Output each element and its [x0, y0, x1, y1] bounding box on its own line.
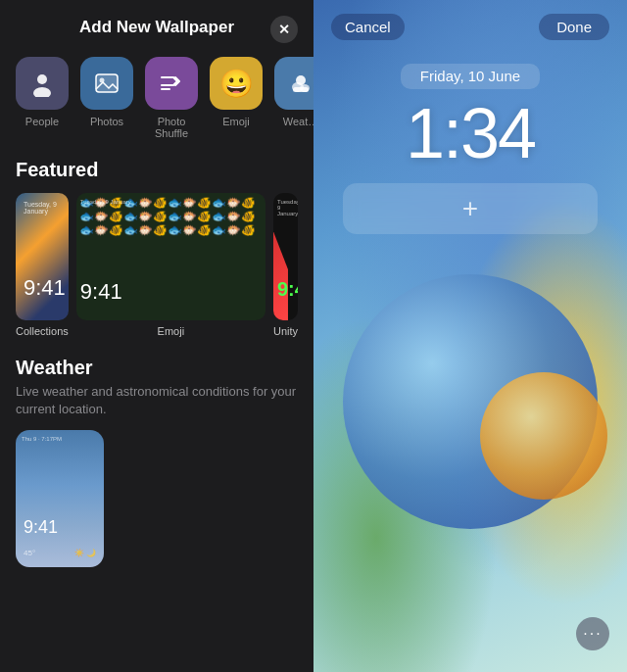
emoji-icon: 😀 [210, 57, 263, 110]
collections-time: 9:41 [24, 275, 66, 301]
featured-section-label: Featured [0, 155, 314, 193]
done-button[interactable]: Done [539, 14, 609, 40]
svg-point-0 [37, 74, 47, 84]
weather-section: Weather Live weather and astronomical co… [0, 345, 314, 577]
photos-icon [80, 57, 133, 110]
more-options-button[interactable]: ··· [576, 617, 609, 650]
type-item-weather[interactable]: Weat… [274, 57, 314, 139]
weather-icons: ☀️ 🌙 [74, 549, 96, 557]
emoji-preview-label: Emoji [76, 320, 265, 337]
type-item-emoji[interactable]: 😀 Emoji [210, 57, 263, 139]
wallpaper-type-list: People Photos Pho [0, 49, 314, 155]
featured-grid: Tuesday, 9 January 9:41 Collections Tues… [0, 193, 314, 345]
weather-preview-time: 9:41 [24, 517, 58, 538]
modal-title: Add New Wallpaper [79, 18, 234, 37]
close-button[interactable]: ✕ [270, 16, 298, 43]
weather-preview-sub: 45° ☀️ 🌙 [24, 549, 96, 557]
unity-date: Tuesday, 9 January [277, 199, 298, 216]
modal-header: Add New Wallpaper ✕ [0, 0, 314, 49]
time-display: 1:34 [406, 93, 535, 173]
unity-preview: Tuesday, 9 January 9:41 [273, 193, 298, 320]
weather-temp: 45° [24, 549, 35, 557]
svg-point-1 [33, 87, 51, 97]
top-buttons-row: Cancel Done [314, 0, 627, 54]
cancel-button[interactable]: Cancel [331, 14, 405, 40]
photo-shuffle-label: Photo Shuffle [155, 116, 188, 139]
date-display: Friday, 10 June [420, 68, 520, 84]
add-widget-icon: + [462, 193, 478, 224]
shuffle-icon [145, 57, 198, 110]
weather-preview-date: Thu 9 · 7:17PM [22, 436, 62, 442]
type-item-photo-shuffle[interactable]: Photo Shuffle [145, 57, 198, 139]
featured-emoji[interactable]: Tuesday, 9 January 🐟🐡🐠🐟🐡🐠🐟🐡🐠🐟🐡🐠🐟🐡🐠🐟🐡🐠🐟🐡🐠… [76, 193, 265, 337]
weather-icon [274, 57, 314, 110]
featured-unity[interactable]: Tuesday, 9 January 9:41 Unity [273, 193, 298, 337]
weather-preview[interactable]: Thu 9 · 7:17PM 9:41 45° ☀️ 🌙 [16, 430, 104, 567]
close-icon: ✕ [278, 22, 290, 37]
weather-section-description: Live weather and astronomical conditions… [16, 383, 298, 418]
collections-date: Tuesday, 9 January [24, 201, 69, 215]
emoji-preview-date: Tuesday, 9 January [80, 199, 131, 205]
lock-screen-ui: Cancel Done Friday, 10 June 1:34 + [314, 0, 627, 672]
widget-add-area[interactable]: + [343, 183, 598, 234]
people-label: People [25, 116, 59, 127]
add-wallpaper-modal: Add New Wallpaper ✕ People [0, 0, 314, 672]
svg-rect-2 [96, 74, 118, 92]
type-item-people[interactable]: People [16, 57, 69, 139]
people-icon [16, 57, 69, 110]
weather-section-title: Weather [16, 357, 298, 379]
lock-screen-preview: Cancel Done Friday, 10 June 1:34 + ··· [314, 0, 627, 672]
svg-rect-8 [293, 87, 309, 92]
more-icon: ··· [583, 625, 602, 643]
photos-label: Photos [90, 116, 123, 127]
unity-label: Unity [273, 320, 298, 337]
unity-time: 9:41 [277, 278, 298, 301]
weather-label: Weat… [283, 116, 314, 127]
collections-label: Collections [16, 320, 69, 337]
featured-collections[interactable]: Tuesday, 9 January 9:41 Collections [16, 193, 69, 337]
emoji-preview-time: 9:41 [80, 279, 122, 305]
emoji-label: Emoji [222, 116, 250, 127]
collections-preview: Tuesday, 9 January 9:41 [16, 193, 69, 320]
date-container: Friday, 10 June [401, 64, 540, 89]
emoji-preview: Tuesday, 9 January 🐟🐡🐠🐟🐡🐠🐟🐡🐠🐟🐡🐠🐟🐡🐠🐟🐡🐠🐟🐡🐠… [76, 193, 265, 320]
type-item-photos[interactable]: Photos [80, 57, 133, 139]
